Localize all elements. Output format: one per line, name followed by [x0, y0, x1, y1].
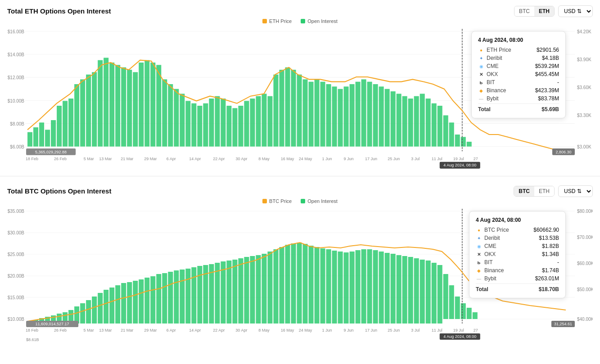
svg-text:$50.00K: $50.00K — [577, 287, 593, 292]
cme-icon: ◉ — [478, 63, 484, 69]
eth-tooltip-label-6: Bybit — [487, 95, 499, 102]
svg-rect-42 — [238, 106, 243, 147]
svg-rect-53 — [303, 79, 308, 146]
svg-rect-196 — [432, 263, 437, 324]
svg-rect-40 — [226, 106, 231, 147]
svg-rect-50 — [285, 67, 290, 147]
svg-text:$30.00B: $30.00B — [8, 230, 25, 235]
section-divider — [0, 176, 600, 176]
svg-text:13 Mar: 13 Mar — [99, 156, 112, 161]
btc-tooltip-row-4: ь BIT - — [476, 259, 559, 265]
eth-eth-button[interactable]: ETH — [534, 6, 554, 16]
svg-text:5,365,029,292.88: 5,365,029,292.88 — [35, 149, 67, 154]
svg-rect-201 — [461, 303, 466, 319]
svg-text:1 Jun: 1 Jun — [322, 328, 332, 333]
svg-rect-44 — [250, 99, 255, 147]
svg-rect-32 — [180, 94, 185, 146]
svg-rect-140 — [104, 290, 108, 324]
svg-rect-148 — [150, 276, 155, 324]
svg-rect-63 — [361, 79, 366, 146]
eth-tooltip-val-6: $83.78M — [538, 95, 559, 102]
eth-tooltip-label-0: ETH Price — [487, 47, 511, 53]
btc-bybit-icon: — — [476, 275, 482, 282]
btc-tooltip-row-0: ● BTC Price $60662.90 — [476, 227, 559, 233]
svg-text:$35.00B: $35.00B — [8, 209, 25, 214]
svg-rect-198 — [443, 274, 448, 319]
eth-tooltip: 4 Aug 2024, 08:00 ● ETH Price $2901.56 ✦… — [471, 31, 566, 118]
svg-rect-36 — [203, 103, 208, 147]
svg-rect-59 — [338, 89, 343, 147]
svg-rect-187 — [379, 252, 384, 324]
svg-rect-9 — [45, 130, 50, 146]
svg-text:14 Apr: 14 Apr — [189, 156, 201, 161]
svg-rect-54 — [309, 82, 314, 147]
svg-rect-184 — [361, 249, 366, 324]
btc-currency-select[interactable]: USD ⇅ — [558, 185, 593, 197]
svg-rect-162 — [232, 260, 237, 324]
eth-btc-button[interactable]: BTC — [514, 6, 534, 16]
btc-legend: BTC Price Open Interest — [7, 198, 593, 204]
svg-text:2,806.30: 2,806.30 — [555, 149, 571, 154]
eth-tooltip-row-0: ● ETH Price $2901.56 — [478, 47, 559, 53]
svg-text:21 Mar: 21 Mar — [121, 156, 133, 161]
btc-tooltip-row-2: ◉ CME $1.82B — [476, 243, 559, 249]
svg-text:6 Apr: 6 Apr — [167, 328, 176, 333]
btc-btc-button[interactable]: BTC — [514, 186, 534, 196]
btc-chart-section: Total BTC Options Open Interest BTC ETH … — [0, 180, 600, 342]
svg-rect-149 — [156, 274, 161, 324]
svg-text:16 May: 16 May — [281, 328, 294, 333]
svg-rect-150 — [162, 273, 167, 324]
svg-rect-142 — [115, 285, 120, 324]
eth-price-legend-dot — [262, 19, 267, 23]
eth-currency-select[interactable]: USD ⇅ — [558, 5, 593, 17]
svg-rect-155 — [191, 267, 196, 324]
svg-rect-161 — [226, 261, 231, 324]
eth-oi-legend-dot — [301, 19, 305, 23]
svg-rect-45 — [256, 96, 261, 147]
svg-text:11 Jul: 11 Jul — [432, 328, 442, 333]
btc-price-legend: BTC Price — [262, 198, 292, 204]
btc-chart-wrapper: $35.00B $30.00B $25.00B $20.00B $15.00B … — [7, 207, 593, 342]
svg-text:30 Apr: 30 Apr — [235, 328, 247, 333]
svg-text:21 Mar: 21 Mar — [121, 328, 133, 333]
btc-oi-legend: Open Interest — [301, 198, 338, 204]
svg-rect-136 — [80, 303, 85, 324]
eth-asset-toggle: BTC ETH — [514, 6, 555, 17]
eth-price-legend-label: ETH Price — [269, 18, 292, 24]
svg-rect-168 — [267, 252, 272, 324]
svg-rect-165 — [250, 256, 255, 324]
btc-tooltip-date: 4 Aug 2024, 08:00 — [476, 217, 559, 223]
svg-rect-75 — [432, 103, 437, 147]
svg-rect-33 — [185, 101, 190, 146]
svg-text:25 Jun: 25 Jun — [388, 156, 400, 161]
svg-rect-11 — [57, 106, 62, 147]
svg-text:18 Feb: 18 Feb — [26, 328, 38, 333]
svg-rect-143 — [121, 283, 126, 324]
svg-text:$60.00K: $60.00K — [577, 261, 593, 266]
svg-rect-167 — [262, 254, 266, 324]
svg-rect-185 — [367, 249, 372, 324]
svg-text:29 Mar: 29 Mar — [144, 156, 157, 161]
bybit-icon: — — [478, 95, 484, 102]
svg-rect-152 — [174, 270, 179, 324]
svg-text:4 Aug 2024, 08:00: 4 Aug 2024, 08:00 — [443, 334, 476, 339]
svg-rect-175 — [309, 246, 314, 324]
svg-text:$3.00K: $3.00K — [577, 144, 591, 149]
svg-text:$40.00K: $40.00K — [577, 317, 593, 322]
svg-rect-20 — [109, 63, 114, 147]
svg-rect-25 — [139, 63, 144, 147]
svg-text:1 Jun: 1 Jun — [322, 156, 332, 161]
btc-eth-button[interactable]: ETH — [534, 186, 554, 196]
svg-rect-179 — [332, 251, 337, 324]
binance-icon: ◆ — [478, 87, 484, 94]
svg-rect-193 — [414, 258, 419, 324]
svg-text:$25.00B: $25.00B — [8, 252, 25, 257]
svg-rect-67 — [385, 89, 390, 147]
btc-tooltip-row-6: — Bybit $263.01M — [476, 275, 559, 282]
svg-rect-180 — [338, 252, 343, 324]
svg-text:17 Jun: 17 Jun — [365, 328, 377, 333]
svg-text:8 May: 8 May — [258, 156, 270, 161]
svg-rect-79 — [455, 135, 460, 147]
svg-rect-10 — [51, 120, 56, 147]
svg-text:4 Aug 2024, 08:00: 4 Aug 2024, 08:00 — [443, 163, 476, 167]
